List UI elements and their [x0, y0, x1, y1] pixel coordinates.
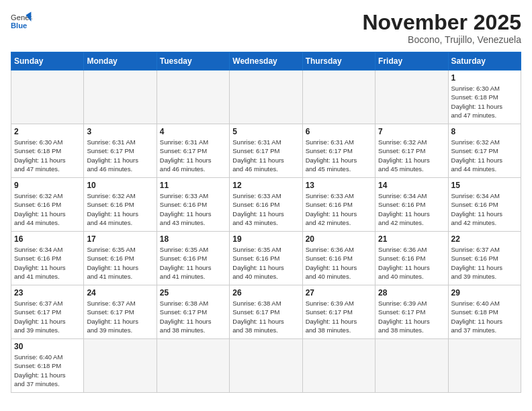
calendar-cell: 28Sunrise: 6:39 AMSunset: 6:17 PMDayligh…	[375, 285, 448, 339]
day-number: 17	[87, 234, 153, 244]
calendar-cell: 22Sunrise: 6:37 AMSunset: 6:16 PMDayligh…	[448, 232, 521, 285]
day-info: Sunrise: 6:34 AMSunset: 6:16 PMDaylight:…	[14, 245, 81, 281]
day-number: 23	[14, 288, 81, 298]
calendar-cell: 9Sunrise: 6:32 AMSunset: 6:16 PMDaylight…	[11, 178, 84, 232]
day-number: 3	[87, 127, 153, 136]
calendar-cell: 20Sunrise: 6:36 AMSunset: 6:16 PMDayligh…	[302, 232, 375, 285]
calendar-week-3: 16Sunrise: 6:34 AMSunset: 6:16 PMDayligh…	[11, 232, 521, 285]
weekday-tuesday: Tuesday	[157, 52, 229, 71]
day-number: 8	[451, 127, 518, 136]
day-number: 9	[14, 181, 81, 190]
calendar-cell	[84, 339, 157, 393]
calendar-cell: 15Sunrise: 6:34 AMSunset: 6:16 PMDayligh…	[448, 178, 521, 232]
svg-text:Blue: Blue	[11, 21, 27, 30]
day-number: 13	[306, 181, 372, 190]
title-section: November 2025 Bocono, Trujillo, Venezuel…	[362, 11, 521, 45]
calendar-cell: 21Sunrise: 6:36 AMSunset: 6:16 PMDayligh…	[375, 232, 448, 285]
calendar-cell: 12Sunrise: 6:33 AMSunset: 6:16 PMDayligh…	[230, 178, 302, 232]
day-info: Sunrise: 6:32 AMSunset: 6:17 PMDaylight:…	[378, 138, 445, 173]
calendar-cell: 14Sunrise: 6:34 AMSunset: 6:16 PMDayligh…	[375, 178, 448, 232]
calendar-cell: 17Sunrise: 6:35 AMSunset: 6:16 PMDayligh…	[84, 232, 157, 285]
day-info: Sunrise: 6:33 AMSunset: 6:16 PMDaylight:…	[306, 191, 372, 227]
day-info: Sunrise: 6:40 AMSunset: 6:18 PMDaylight:…	[451, 299, 518, 334]
calendar-cell	[448, 339, 521, 393]
day-number: 26	[232, 288, 299, 298]
calendar-cell: 23Sunrise: 6:37 AMSunset: 6:17 PMDayligh…	[11, 285, 84, 339]
calendar-header: SundayMondayTuesdayWednesdayThursdayFrid…	[11, 52, 521, 71]
day-number: 4	[160, 127, 226, 136]
day-info: Sunrise: 6:38 AMSunset: 6:17 PMDaylight:…	[232, 299, 299, 334]
day-info: Sunrise: 6:34 AMSunset: 6:16 PMDaylight:…	[378, 191, 445, 227]
day-number: 18	[160, 234, 226, 244]
calendar-cell	[230, 71, 302, 124]
calendar-cell: 27Sunrise: 6:39 AMSunset: 6:17 PMDayligh…	[302, 285, 375, 339]
day-number: 20	[306, 234, 372, 244]
calendar-cell: 5Sunrise: 6:31 AMSunset: 6:17 PMDaylight…	[230, 124, 302, 178]
day-number: 1	[451, 73, 518, 83]
calendar-week-1: 2Sunrise: 6:30 AMSunset: 6:18 PMDaylight…	[11, 124, 521, 178]
logo: General Blue	[11, 11, 32, 32]
weekday-header-row: SundayMondayTuesdayWednesdayThursdayFrid…	[11, 52, 521, 71]
day-info: Sunrise: 6:39 AMSunset: 6:17 PMDaylight:…	[306, 299, 372, 334]
month-title: November 2025	[362, 11, 521, 34]
day-info: Sunrise: 6:30 AMSunset: 6:18 PMDaylight:…	[14, 138, 81, 173]
day-number: 19	[232, 234, 299, 244]
calendar-cell: 4Sunrise: 6:31 AMSunset: 6:17 PMDaylight…	[157, 124, 229, 178]
day-info: Sunrise: 6:37 AMSunset: 6:17 PMDaylight:…	[14, 299, 81, 334]
header: General Blue November 2025 Bocono, Truji…	[11, 11, 521, 45]
calendar-cell: 7Sunrise: 6:32 AMSunset: 6:17 PMDaylight…	[375, 124, 448, 178]
day-info: Sunrise: 6:30 AMSunset: 6:18 PMDaylight:…	[451, 84, 518, 120]
day-info: Sunrise: 6:34 AMSunset: 6:16 PMDaylight:…	[451, 191, 518, 227]
day-number: 2	[14, 127, 81, 136]
calendar-week-5: 30Sunrise: 6:40 AMSunset: 6:18 PMDayligh…	[11, 339, 521, 393]
day-info: Sunrise: 6:37 AMSunset: 6:16 PMDaylight:…	[451, 245, 518, 281]
day-info: Sunrise: 6:32 AMSunset: 6:16 PMDaylight:…	[87, 191, 153, 227]
calendar-week-2: 9Sunrise: 6:32 AMSunset: 6:16 PMDaylight…	[11, 178, 521, 232]
weekday-saturday: Saturday	[448, 52, 521, 71]
day-info: Sunrise: 6:31 AMSunset: 6:17 PMDaylight:…	[87, 138, 153, 173]
day-number: 12	[232, 181, 299, 190]
day-number: 7	[378, 127, 445, 136]
day-number: 25	[160, 288, 226, 298]
calendar-cell: 24Sunrise: 6:37 AMSunset: 6:17 PMDayligh…	[84, 285, 157, 339]
day-number: 15	[451, 181, 518, 190]
day-number: 11	[160, 181, 226, 190]
day-info: Sunrise: 6:35 AMSunset: 6:16 PMDaylight:…	[87, 245, 153, 281]
calendar-cell	[302, 339, 375, 393]
calendar-cell: 11Sunrise: 6:33 AMSunset: 6:16 PMDayligh…	[157, 178, 229, 232]
day-info: Sunrise: 6:32 AMSunset: 6:17 PMDaylight:…	[451, 138, 518, 173]
weekday-monday: Monday	[84, 52, 157, 71]
calendar-cell: 25Sunrise: 6:38 AMSunset: 6:17 PMDayligh…	[157, 285, 229, 339]
day-number: 21	[378, 234, 445, 244]
calendar-cell: 8Sunrise: 6:32 AMSunset: 6:17 PMDaylight…	[448, 124, 521, 178]
calendar-cell	[302, 71, 375, 124]
calendar-cell: 6Sunrise: 6:31 AMSunset: 6:17 PMDaylight…	[302, 124, 375, 178]
day-info: Sunrise: 6:36 AMSunset: 6:16 PMDaylight:…	[306, 245, 372, 281]
day-info: Sunrise: 6:37 AMSunset: 6:17 PMDaylight:…	[87, 299, 153, 334]
calendar-cell	[11, 71, 84, 124]
weekday-sunday: Sunday	[11, 52, 84, 71]
day-number: 10	[87, 181, 153, 190]
day-info: Sunrise: 6:31 AMSunset: 6:17 PMDaylight:…	[306, 138, 372, 173]
calendar-cell	[375, 71, 448, 124]
calendar-cell: 13Sunrise: 6:33 AMSunset: 6:16 PMDayligh…	[302, 178, 375, 232]
calendar-cell	[230, 339, 302, 393]
day-info: Sunrise: 6:35 AMSunset: 6:16 PMDaylight:…	[160, 245, 226, 281]
day-number: 22	[451, 234, 518, 244]
calendar-cell	[157, 71, 229, 124]
day-info: Sunrise: 6:36 AMSunset: 6:16 PMDaylight:…	[378, 245, 445, 281]
day-number: 30	[14, 342, 81, 351]
day-info: Sunrise: 6:33 AMSunset: 6:16 PMDaylight:…	[232, 191, 299, 227]
day-number: 28	[378, 288, 445, 298]
calendar-body: 1Sunrise: 6:30 AMSunset: 6:18 PMDaylight…	[11, 71, 521, 393]
calendar-cell: 19Sunrise: 6:35 AMSunset: 6:16 PMDayligh…	[230, 232, 302, 285]
day-number: 24	[87, 288, 153, 298]
day-number: 29	[451, 288, 518, 298]
calendar-cell: 1Sunrise: 6:30 AMSunset: 6:18 PMDaylight…	[448, 71, 521, 124]
day-number: 5	[232, 127, 299, 136]
logo-icon: General Blue	[11, 11, 32, 32]
calendar-cell	[84, 71, 157, 124]
calendar-cell: 2Sunrise: 6:30 AMSunset: 6:18 PMDaylight…	[11, 124, 84, 178]
calendar-week-0: 1Sunrise: 6:30 AMSunset: 6:18 PMDaylight…	[11, 71, 521, 124]
day-number: 6	[306, 127, 372, 136]
